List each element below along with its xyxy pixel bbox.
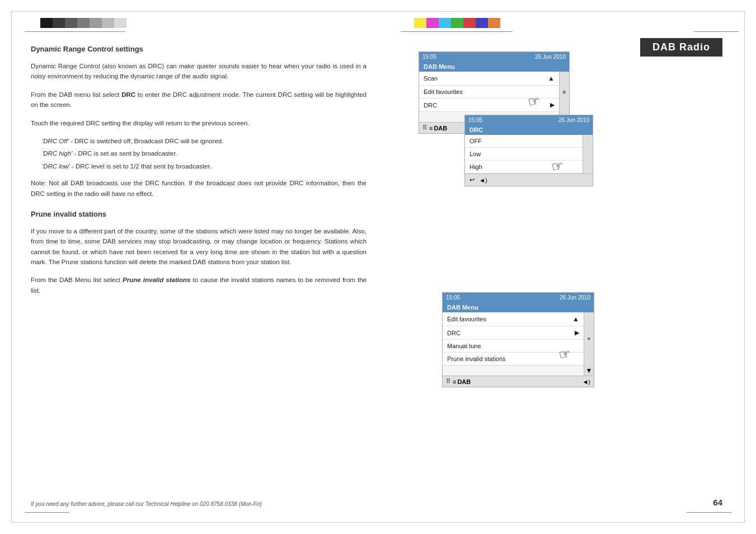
screen3-drc-label: DRC	[447, 330, 461, 336]
screen3-bottom-bar: ⠿ ≡ DAB ◄)	[443, 376, 594, 387]
screen2-item-low[interactable]: Low	[465, 148, 583, 161]
screen3-up-arrow: ▲	[572, 315, 579, 323]
menu-icon3: ≡	[453, 378, 456, 385]
page-number: 64	[713, 498, 722, 507]
drc-note: Note: Not all DAB broadcasts use the DRC…	[31, 178, 367, 199]
drc-list-1: 'DRC Off' - DRC is switched off, Broadca…	[42, 136, 367, 146]
screen3: 15:05 26 Jun 2010 DAB Menu Edit favourit…	[442, 292, 594, 387]
header-title: DAB Radio	[652, 41, 710, 53]
screen1-header: 15:05 26 Jun 2010	[419, 52, 569, 62]
screen3-header: 15:05 26 Jun 2010	[443, 293, 594, 302]
drc-list-2: 'DRC high' - DRC is set as sent by broad…	[42, 148, 367, 158]
grid-icon: ⠿	[422, 124, 427, 132]
screen3-item-drc[interactable]: DRC ▶	[443, 326, 584, 340]
screen3-menu-label: DAB Menu	[443, 302, 594, 312]
screen1-item-scan[interactable]: Scan ▲	[419, 72, 559, 86]
screen3-date: 26 Jun 2010	[560, 294, 590, 301]
screen3-drc-arrow: ▶	[575, 329, 579, 336]
screen2-header: 15:05 26 Jun 2010	[465, 115, 593, 125]
screen3-prune-label: Prune invalid stations	[447, 355, 506, 362]
screen1-menu-label: DAB Menu	[419, 62, 569, 72]
screen3-down-arrow: ▼	[584, 366, 594, 376]
screen3-container: 15:05 26 Jun 2010 DAB Menu Edit favourit…	[442, 292, 610, 387]
screen2-item-off[interactable]: OFF	[465, 135, 583, 148]
drc-para-3: Touch the required DRC setting the displ…	[31, 118, 367, 128]
scroll-top: ≡	[588, 336, 590, 341]
screen1-up-arrow: ▲	[548, 74, 555, 82]
screen3-item-edit[interactable]: Edit favourites ▲	[443, 312, 584, 326]
screen1-drc-arrow: ▶	[550, 101, 555, 109]
drc-list-3: 'DRC low' - DRC level is set to 1/2 that…	[42, 161, 367, 171]
prune-para-1: If you move to a different part of the c…	[31, 226, 367, 268]
prune-para-2: From the DAB Menu list select Prune inva…	[31, 275, 367, 296]
grid-icon3: ⠿	[446, 378, 450, 385]
dab-radio-header: DAB Radio	[640, 38, 722, 57]
hline-top-left	[25, 31, 125, 32]
hline-bottom-left	[25, 512, 69, 513]
colorbar-right	[414, 18, 500, 28]
dab-label: DAB	[434, 125, 447, 132]
drc-section-title: Dynamic Range Control settings	[31, 45, 367, 53]
screen2-time: 15:05	[468, 117, 482, 123]
screen1-edit-label: Edit favourites	[424, 88, 463, 95]
screen2-container: 15:05 26 Jun 2010 DRC OFF Low High ↩ ◄) …	[464, 115, 604, 186]
hand-icon-drc: ☞	[527, 92, 542, 110]
drc-para-2: From the DAB menu list select DRC to ent…	[31, 90, 367, 110]
left-content: Dynamic Range Control settings Dynamic R…	[31, 45, 367, 303]
dab-label3: DAB	[457, 378, 471, 385]
hline-bottom-right	[687, 512, 731, 513]
menu-icon: ≡	[429, 125, 433, 132]
screen1-date: 26 Jun 2010	[535, 54, 566, 60]
prune-section-title: Prune invalid stations	[31, 210, 367, 218]
back-icon: ↩	[469, 176, 475, 184]
screen2: 15:05 26 Jun 2010 DRC OFF Low High ↩ ◄)	[464, 115, 593, 186]
screen2-drc-label: DRC	[465, 125, 593, 135]
vol-icon2: ◄)	[479, 177, 487, 184]
screen2-date: 26 Jun 2010	[558, 117, 589, 123]
screen3-time: 15:05	[446, 294, 460, 301]
drc-para-1: Dynamic Range Control (also known as DRC…	[31, 61, 367, 82]
screen2-bottom: ↩ ◄)	[465, 174, 593, 186]
screen2-off-label: OFF	[469, 138, 482, 144]
screen3-manual-label: Manual tune	[447, 343, 481, 349]
screen1-scan-label: Scan	[424, 75, 438, 82]
colorbar-left	[40, 18, 126, 28]
screen1-drc-label: DRC	[424, 102, 437, 109]
screen1-time: 15:05	[422, 54, 436, 60]
footer-text: If you need any further advice, please c…	[31, 501, 262, 507]
scroll-indicator: ≡	[563, 89, 566, 95]
hand-icon-low: ☞	[550, 157, 565, 175]
hand-icon-prune: ☞	[557, 345, 572, 363]
screen3-edit-label: Edit favourites	[447, 316, 486, 322]
screen2-item-high[interactable]: High	[465, 161, 583, 174]
hline-top-right	[401, 31, 513, 32]
vol-icon3: ◄)	[582, 378, 590, 385]
hline-top-right2	[694, 31, 739, 32]
screen2-high-label: High	[469, 163, 482, 170]
screen2-low-label: Low	[469, 151, 481, 157]
